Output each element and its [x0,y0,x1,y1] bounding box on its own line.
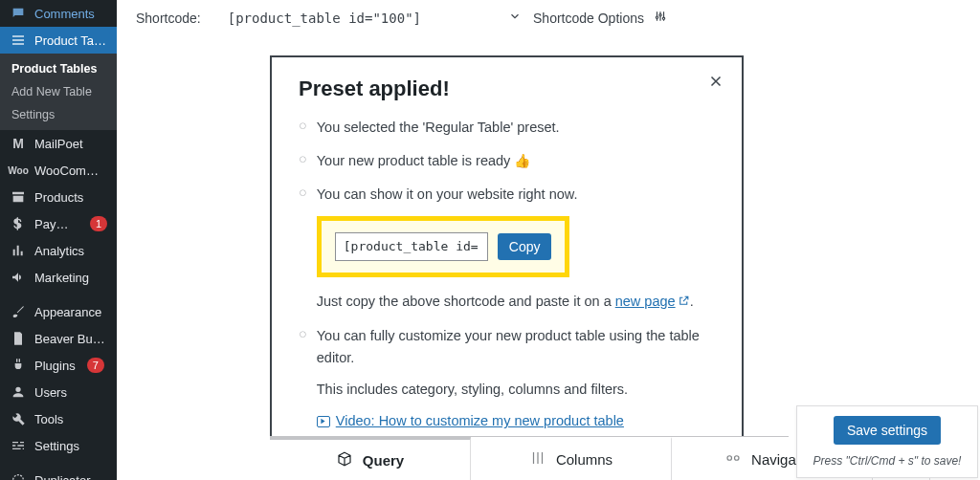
sidebar-item-product-tables[interactable]: Product Tables [0,27,117,54]
svg-point-5 [727,456,732,461]
save-settings-button[interactable]: Save settings [834,416,941,445]
tab-columns[interactable]: Columns [471,437,672,480]
sidebar-sub-item-product-tables[interactable]: Product Tables [0,57,117,80]
page-icon [10,330,27,347]
brush-icon [10,303,27,320]
svg-point-4 [662,17,664,19]
user-icon [10,383,27,401]
svg-point-2 [656,16,657,18]
sidebar-item-mailpoet[interactable]: M MailPoet [0,130,117,157]
sidebar-item-comments[interactable]: Comments [0,0,117,27]
list-item: ○ You can show it on your website right … [299,184,715,324]
sidebar-submenu: Product Tables Add New Table Settings [0,54,117,130]
new-page-link[interactable]: new page [615,294,690,309]
sliders-icon [654,10,667,26]
shortcode-value: [product_table id="100"] [228,11,421,26]
bullet-icon: ○ [299,151,307,184]
payments-badge: 1 [90,216,107,231]
sidebar-sub-item-settings[interactable]: Settings [0,103,117,126]
list-item-text: This includes category, styling, columns… [317,379,715,401]
list-item: ○ Your new product table is ready 👍 [299,150,715,184]
list-item-text: You selected the 'Regular Table' preset. [317,117,715,150]
play-icon [317,416,330,427]
sidebar-item-duplicator[interactable]: Duplicator [0,467,117,480]
navigation-icon [724,449,742,469]
sidebar-item-beaver-builder[interactable]: Beaver Builder [0,325,117,352]
sidebar-item-marketing[interactable]: Marketing [0,264,117,291]
shortcode-topbar: Shortcode: [product_table id="100"] Shor… [117,0,980,33]
sidebar-item-label: Analytics [34,244,84,258]
preset-applied-modal: Preset applied! ○ You selected the 'Regu… [270,55,744,469]
sidebar-item-label: Settings [34,439,79,453]
admin-sidebar: Comments Product Tables Product Tables A… [0,0,117,480]
woo-icon: Woo [10,162,27,179]
cube-icon [336,450,353,470]
editor-tabs: Query Columns Navigation S [270,436,789,480]
shortcode-copy-box: Copy [317,216,569,277]
list-item-text: You can fully customize your new product… [317,325,715,369]
tab-query[interactable]: Query [270,437,471,480]
thumbs-up-icon: 👍 [514,153,530,168]
save-hint: Press "Ctrl/Cmd + s" to save! [813,454,962,468]
bullet-icon: ○ [299,326,307,445]
sidebar-item-label: Comments [34,7,95,21]
sidebar-item-tools[interactable]: Tools [0,405,117,432]
wrench-icon [10,410,27,427]
bullet-icon: ○ [299,185,307,324]
sidebar-item-label: MailPoet [34,137,83,151]
close-button[interactable] [707,73,724,95]
sidebar-item-label: Beaver Builder [34,332,107,346]
list-item-text: Just copy the above shortcode and paste … [317,291,715,314]
dollar-icon [10,215,27,232]
shortcode-options-toggle[interactable]: Shortcode Options [533,11,644,26]
modal-title: Preset applied! [299,76,715,101]
sidebar-item-woocommerce[interactable]: Woo WooCommerce [0,157,117,184]
sidebar-item-label: WooCommerce [34,164,107,178]
chart-icon [10,242,27,259]
letter-m-icon: M [10,135,27,152]
list-item-text: Your new product table is ready 👍 [317,150,715,184]
list-icon [10,32,27,49]
plug-icon [10,357,27,374]
copy-button[interactable]: Copy [498,233,552,260]
tab-label: Query [363,452,404,469]
sidebar-item-label: Users [34,385,67,400]
external-link-icon [678,292,690,314]
svg-point-6 [735,456,740,461]
sidebar-item-payments[interactable]: Payments 1 [0,210,117,237]
columns-icon [529,449,546,469]
archive-icon [10,188,27,206]
modal-bullet-list: ○ You selected the 'Regular Table' prese… [299,117,715,445]
sidebar-item-users[interactable]: Users [0,379,117,405]
sidebar-item-label: Product Tables [34,33,107,48]
bullet-icon: ○ [299,118,307,150]
svg-point-3 [659,14,661,16]
plugins-badge: 7 [87,358,104,373]
sidebar-item-label: Duplicator [34,473,91,481]
sidebar-item-label: Products [34,190,83,205]
chevron-down-icon[interactable] [508,10,522,26]
duplicator-icon [10,471,27,480]
comment-icon [10,5,27,22]
video-link[interactable]: Video: How to customize my new product t… [317,410,624,432]
shortcode-input[interactable] [335,232,488,261]
sidebar-item-label: Payments [34,217,78,231]
tab-label: Columns [556,451,612,468]
sidebar-item-settings[interactable]: Settings [0,432,117,459]
sidebar-item-label: Tools [34,412,63,426]
sidebar-item-products[interactable]: Products [0,184,117,210]
sliders-icon [10,437,27,454]
sidebar-item-plugins[interactable]: Plugins 7 [0,352,117,379]
list-item: ○ You can fully customize your new produ… [299,325,715,445]
svg-point-0 [13,475,24,480]
list-item: ○ You selected the 'Regular Table' prese… [299,117,715,150]
sidebar-item-label: Marketing [34,271,89,285]
main-content: Shortcode: [product_table id="100"] Shor… [117,0,980,480]
sidebar-item-analytics[interactable]: Analytics [0,237,117,264]
sidebar-item-label: Appearance [34,305,101,319]
sidebar-item-appearance[interactable]: Appearance [0,298,117,325]
shortcode-label: Shortcode: [136,11,201,26]
sidebar-sub-item-add-new-table[interactable]: Add New Table [0,80,117,103]
save-panel: Save settings Press "Ctrl/Cmd + s" to sa… [796,405,978,478]
list-item-text: You can show it on your website right no… [317,184,715,206]
